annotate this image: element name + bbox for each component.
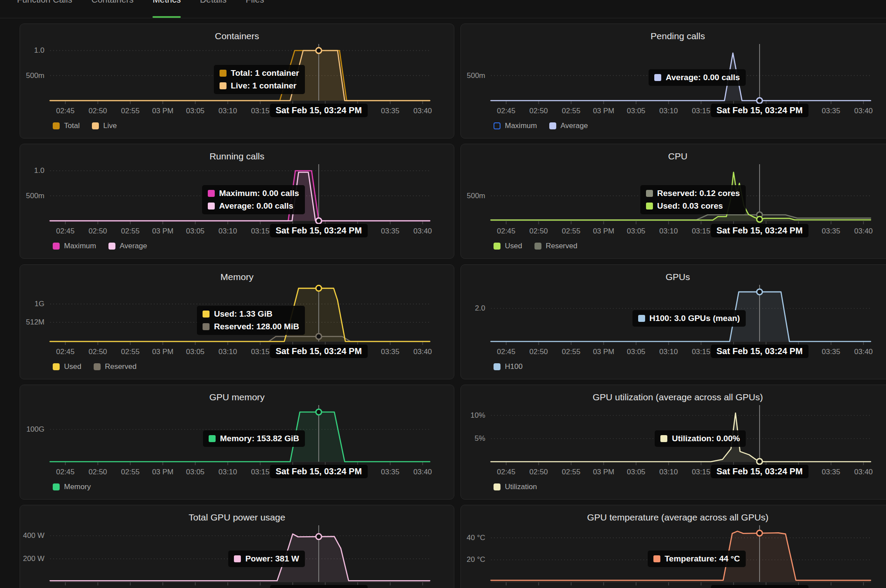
- x-axis-label: 03:05: [619, 468, 653, 476]
- x-axis-label: 03:35: [373, 227, 408, 236]
- tab-function-calls[interactable]: Function Calls: [17, 0, 72, 5]
- x-axis-label: 03:40: [405, 107, 440, 115]
- crosshair-marker-average: [757, 98, 762, 104]
- legend-item-used[interactable]: Used: [53, 362, 81, 371]
- chart-running-calls: Running calls1.0500m02:4502:5002:5503 PM…: [20, 144, 454, 259]
- tab-files[interactable]: Files: [246, 0, 264, 5]
- tab-details[interactable]: Details: [200, 0, 227, 5]
- y-axis-label: 500m: [461, 192, 485, 200]
- chart-memory: Memory1G512M02:4502:5002:5503 PM03:0503:…: [20, 264, 454, 379]
- legend-swatch: [494, 122, 500, 129]
- crosshair-time-tooltip: Sat Feb 15, 03:24 PM: [711, 585, 808, 588]
- x-axis-label: 02:55: [113, 348, 148, 356]
- tooltip-color-swatch: [209, 435, 216, 442]
- x-axis-label: 03:35: [373, 348, 408, 356]
- legend-item-utilization[interactable]: Utilization: [494, 483, 537, 491]
- x-axis-label: 03:40: [405, 227, 440, 236]
- legend-item-h100[interactable]: H100: [494, 362, 523, 371]
- x-axis-label: 03:10: [651, 107, 686, 115]
- y-axis-label: 1.0: [20, 46, 44, 55]
- legend-item-reserved[interactable]: Reserved: [94, 362, 137, 371]
- legend-item-memory[interactable]: Memory: [53, 483, 91, 491]
- tooltip-text: Average: 0.00 calls: [219, 201, 293, 211]
- x-axis-label: 03:05: [178, 227, 213, 236]
- tooltip-color-swatch: [660, 435, 667, 442]
- x-axis-label: 03:35: [373, 468, 408, 476]
- tooltip-color-swatch: [654, 74, 661, 81]
- x-axis-label: 02:50: [521, 468, 556, 476]
- legend-item-total[interactable]: Total: [53, 122, 80, 130]
- x-axis-label: 02:50: [81, 107, 115, 115]
- series-line-reserved: [50, 337, 430, 342]
- y-axis-label: 1.0: [20, 166, 44, 175]
- chart-tooltip-containers: Total: 1 containerLive: 1 container: [214, 65, 305, 94]
- legend-item-average[interactable]: Average: [549, 122, 588, 130]
- chart-containers: Containers1.0500m02:4502:5002:5503 PM03:…: [20, 24, 454, 139]
- x-axis-label: 02:55: [554, 227, 588, 236]
- chart-plot-gpu-temperature: [461, 505, 886, 588]
- y-axis-label: 5%: [461, 434, 485, 443]
- crosshair-time-tooltip: Sat Feb 15, 03:24 PM: [270, 224, 368, 237]
- x-axis-label: 03 PM: [586, 227, 621, 236]
- tooltip-color-swatch: [208, 203, 215, 210]
- x-axis-label: 03:05: [619, 107, 653, 115]
- legend-item-live[interactable]: Live: [92, 122, 117, 130]
- legend-label: Total: [64, 122, 80, 130]
- legend-label: Utilization: [505, 483, 537, 491]
- x-axis-label: 03 PM: [145, 348, 180, 356]
- legend-item-used[interactable]: Used: [494, 242, 522, 250]
- x-axis-label: 03:10: [651, 227, 686, 236]
- chart-pending-calls: Pending calls500m02:4502:5002:5503 PM03:…: [460, 24, 886, 139]
- x-axis-label: 02:50: [521, 227, 556, 236]
- chart-plot-gpu-power: [20, 505, 455, 588]
- chart-gpu-utilization: GPU utilization (average across all GPUs…: [460, 385, 886, 500]
- x-axis-label: 02:55: [113, 227, 148, 236]
- tooltip-color-swatch: [220, 82, 227, 89]
- legend-item-reserved[interactable]: Reserved: [534, 242, 578, 250]
- crosshair-marker-h100: [757, 289, 762, 295]
- x-axis-label: 03 PM: [145, 107, 180, 115]
- legend-item-average[interactable]: Average: [108, 242, 147, 250]
- x-axis-label: 03:40: [405, 468, 440, 476]
- x-axis-label: 03 PM: [586, 468, 621, 476]
- x-axis-label: 03:05: [619, 348, 653, 356]
- tooltip-color-swatch: [646, 190, 653, 197]
- x-axis-label: 02:50: [521, 348, 556, 356]
- legend-item-maximum[interactable]: Maximum: [494, 122, 537, 130]
- x-axis-label: 02:50: [81, 468, 115, 476]
- legend-swatch: [549, 122, 556, 129]
- crosshair-time-tooltip: Sat Feb 15, 03:24 PM: [270, 585, 368, 588]
- legend-item-maximum[interactable]: Maximum: [53, 242, 96, 250]
- tab-containers[interactable]: Containers: [91, 0, 134, 5]
- crosshair-time-tooltip: Sat Feb 15, 03:24 PM: [711, 345, 808, 358]
- chart-tooltip-pending-calls: Average: 0.00 calls: [649, 69, 745, 86]
- chart-legend-gpu-utilization: Utilization: [494, 483, 537, 491]
- x-axis-label: 02:55: [113, 468, 148, 476]
- x-axis-label: 03:10: [210, 227, 245, 236]
- chart-legend-containers: TotalLive: [53, 122, 117, 130]
- y-axis-label: 400 W: [20, 531, 44, 540]
- x-axis-label: 03:10: [651, 348, 686, 356]
- legend-label: H100: [505, 362, 523, 371]
- tab-metrics[interactable]: Metrics: [152, 0, 180, 5]
- legend-swatch: [53, 363, 60, 370]
- legend-swatch: [108, 243, 115, 250]
- x-axis-label: 02:55: [554, 348, 588, 356]
- y-axis-label: 1G: [20, 300, 44, 308]
- tooltip-row: Reserved: 0.12 cores: [646, 189, 740, 198]
- x-axis-label: 03:40: [846, 468, 881, 476]
- tooltip-row: H100: 3.0 GPUs (mean): [638, 314, 740, 323]
- x-axis-label: 03:35: [373, 107, 408, 115]
- tooltip-text: Power: 381 W: [245, 554, 299, 564]
- legend-swatch: [494, 483, 500, 490]
- tooltip-color-swatch: [234, 555, 241, 562]
- tooltip-text: Temperature: 44 °C: [665, 554, 740, 564]
- tooltip-row: Used: 1.33 GiB: [203, 309, 299, 319]
- x-axis-label: 03 PM: [586, 107, 621, 115]
- chart-gpu-power: Total GPU power usage400 W200 W02:4502:5…: [20, 505, 454, 588]
- legend-swatch: [92, 122, 99, 129]
- y-axis-label: 512M: [20, 318, 44, 327]
- crosshair-marker-live: [316, 48, 321, 54]
- crosshair-marker-memory: [316, 409, 321, 415]
- x-axis-label: 03:10: [210, 468, 245, 476]
